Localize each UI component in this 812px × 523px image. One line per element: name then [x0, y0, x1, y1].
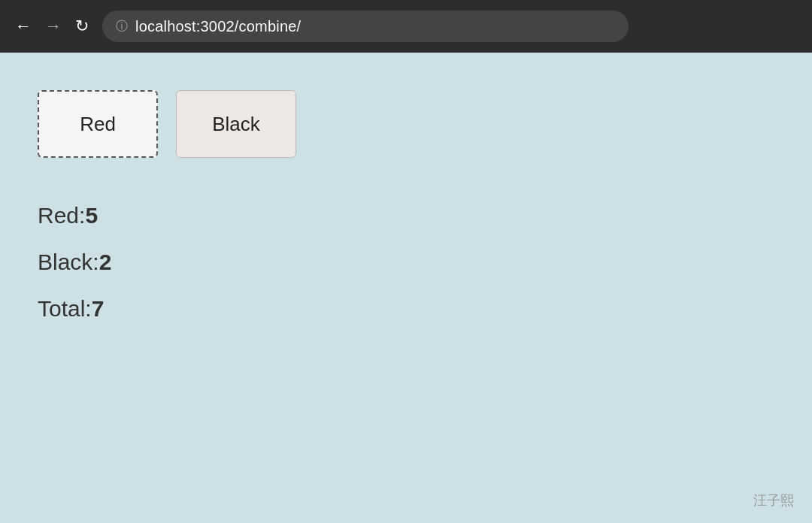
info-icon: ⓘ [116, 19, 128, 35]
red-stat-label: Red: [38, 203, 85, 228]
black-stat: Black:2 [38, 249, 774, 275]
black-button[interactable]: Black [176, 90, 296, 158]
forward-button[interactable]: → [45, 18, 62, 35]
address-bar[interactable]: ⓘ localhost:3002/combine/ [102, 11, 629, 42]
total-stat: Total:7 [38, 296, 774, 322]
red-stat: Red:5 [38, 203, 774, 228]
browser-toolbar: ← → ↻ ⓘ localhost:3002/combine/ [0, 0, 812, 53]
black-stat-value: 2 [99, 249, 112, 274]
red-button[interactable]: Red [38, 90, 158, 158]
url-text: localhost:3002/combine/ [135, 18, 301, 35]
back-button[interactable]: ← [15, 18, 32, 35]
watermark: 汪子熙 [753, 491, 794, 509]
stats-section: Red:5 Black:2 Total:7 [38, 203, 774, 322]
buttons-row: Red Black [38, 90, 774, 158]
red-stat-value: 5 [85, 203, 98, 228]
total-stat-value: 7 [92, 296, 105, 321]
total-stat-label: Total: [38, 296, 92, 321]
black-stat-label: Black: [38, 249, 99, 274]
refresh-button[interactable]: ↻ [75, 18, 89, 35]
page-content: Red Black Red:5 Black:2 Total:7 汪子熙 [0, 53, 812, 523]
